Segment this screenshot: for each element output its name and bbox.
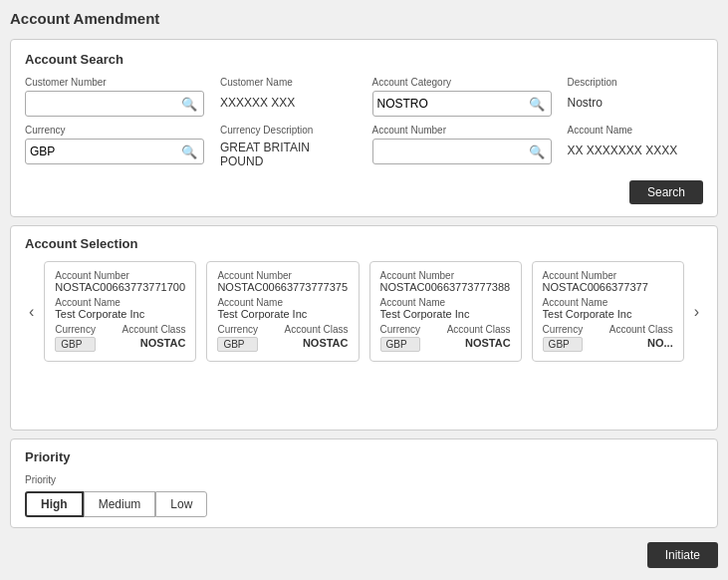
account-search-title: Account Search	[25, 52, 703, 67]
card-account-name-label: Account Name	[55, 297, 185, 308]
customer-number-input[interactable]	[30, 97, 179, 111]
card-currency-tag: GBP	[543, 337, 584, 352]
currency-description-value: GREAT BRITAIN POUND	[220, 139, 357, 170]
card-account-class-label: Account Class	[609, 324, 673, 335]
customer-number-label: Customer Number	[25, 77, 204, 88]
card-account-number-label: Account Number	[55, 270, 185, 281]
priority-title: Priority	[25, 449, 703, 464]
currency-description-label: Currency Description	[220, 125, 357, 136]
account-selection-title: Account Selection	[25, 236, 703, 251]
customer-number-input-wrapper[interactable]: 🔍	[25, 91, 204, 117]
priority-field-label: Priority	[25, 474, 703, 485]
card-currency-label: Currency	[55, 324, 96, 335]
description-value: Nostro	[568, 91, 704, 115]
card-currency-label: Currency	[380, 324, 421, 335]
page-title: Account Amendment	[10, 10, 718, 27]
account-number-field: Account Number 🔍	[372, 125, 552, 170]
account-name-search-field: Account Name XX XXXXXXX XXXX	[568, 125, 704, 170]
card-currency-tag: GBP	[55, 337, 96, 352]
account-number-input[interactable]	[377, 145, 527, 158]
account-category-input-wrapper[interactable]: 🔍	[372, 91, 552, 117]
card-account-class-value: NOSTAC	[122, 337, 186, 349]
card-account-number-value: NOSTAC00663773777375	[217, 281, 348, 293]
account-selection-section: Account Selection ‹ Account Number NOSTA…	[10, 225, 718, 431]
customer-name-value: XXXXXX XXX	[220, 91, 357, 115]
card-account-class-value: NOSTAC	[447, 337, 511, 349]
account-category-input[interactable]	[377, 97, 527, 111]
account-number-search-icon[interactable]: 🔍	[527, 145, 547, 159]
search-button[interactable]: Search	[629, 180, 703, 204]
card-account-class-label: Account Class	[285, 324, 349, 335]
currency-field: Currency 🔍	[25, 125, 204, 170]
account-category-search-icon[interactable]: 🔍	[527, 97, 547, 112]
card-account-name-label: Account Name	[217, 297, 348, 308]
account-name-search-label: Account Name	[568, 125, 704, 136]
currency-description-field: Currency Description GREAT BRITAIN POUND	[220, 125, 357, 170]
account-card[interactable]: Account Number NOSTAC0066377377 Account …	[532, 261, 684, 362]
currency-input[interactable]	[30, 145, 179, 158]
account-card[interactable]: Account Number NOSTAC00663773777375 Acco…	[206, 261, 359, 362]
card-account-name-value: Test Corporate Inc	[217, 308, 348, 320]
customer-name-field: Customer Name XXXXXX XXX	[220, 77, 357, 117]
account-card[interactable]: Account Number NOSTAC00663773771700 Acco…	[44, 261, 196, 362]
account-number-label: Account Number	[372, 125, 552, 136]
card-account-number-value: NOSTAC00663773771700	[55, 281, 185, 293]
account-category-field: Account Category 🔍	[372, 77, 552, 117]
card-account-name-label: Account Name	[380, 297, 511, 308]
account-card[interactable]: Account Number NOSTAC00663773777388 Acco…	[369, 261, 522, 362]
priority-btn-high[interactable]: High	[25, 491, 84, 517]
card-account-name-value: Test Corporate Inc	[55, 308, 185, 320]
card-account-name-value: Test Corporate Inc	[380, 308, 511, 320]
card-account-number-label: Account Number	[217, 270, 348, 281]
card-currency-tag: GBP	[380, 337, 421, 352]
card-account-number-value: NOSTAC00663773777388	[380, 281, 511, 293]
account-cards-container: Account Number NOSTAC00663773771700 Acco…	[44, 261, 683, 362]
prev-arrow-button[interactable]: ‹	[25, 299, 38, 325]
card-account-class-value: NO...	[609, 337, 673, 349]
priority-section: Priority Priority HighMediumLow	[10, 438, 718, 528]
currency-search-icon[interactable]: 🔍	[179, 145, 199, 159]
account-search-section: Account Search Customer Number 🔍 Custome…	[10, 39, 718, 217]
priority-btn-medium[interactable]: Medium	[84, 491, 156, 517]
currency-label: Currency	[25, 125, 204, 136]
bottom-bar: Initiate	[10, 536, 718, 570]
card-account-number-value: NOSTAC0066377377	[543, 281, 673, 293]
card-account-class-label: Account Class	[122, 324, 186, 335]
account-number-input-wrapper[interactable]: 🔍	[372, 139, 552, 164]
next-arrow-button[interactable]: ›	[690, 299, 703, 325]
account-category-label: Account Category	[372, 77, 552, 88]
card-account-class-value: NOSTAC	[285, 337, 349, 349]
card-currency-label: Currency	[217, 324, 258, 335]
card-account-number-label: Account Number	[380, 270, 511, 281]
priority-btn-low[interactable]: Low	[155, 491, 207, 517]
card-account-number-label: Account Number	[543, 270, 673, 281]
card-account-name-label: Account Name	[543, 297, 673, 308]
description-field: Description Nostro	[568, 77, 704, 117]
customer-number-search-icon[interactable]: 🔍	[179, 97, 199, 112]
initiate-button[interactable]: Initiate	[647, 542, 718, 568]
card-currency-label: Currency	[543, 324, 584, 335]
card-account-name-value: Test Corporate Inc	[543, 308, 673, 320]
description-label: Description	[568, 77, 704, 88]
card-currency-tag: GBP	[217, 337, 258, 352]
currency-input-wrapper[interactable]: 🔍	[25, 139, 204, 164]
customer-name-label: Customer Name	[220, 77, 357, 88]
customer-number-field: Customer Number 🔍	[25, 77, 204, 117]
account-name-search-value: XX XXXXXXX XXXX	[568, 139, 704, 162]
priority-button-group: HighMediumLow	[25, 491, 703, 517]
card-account-class-label: Account Class	[447, 324, 511, 335]
